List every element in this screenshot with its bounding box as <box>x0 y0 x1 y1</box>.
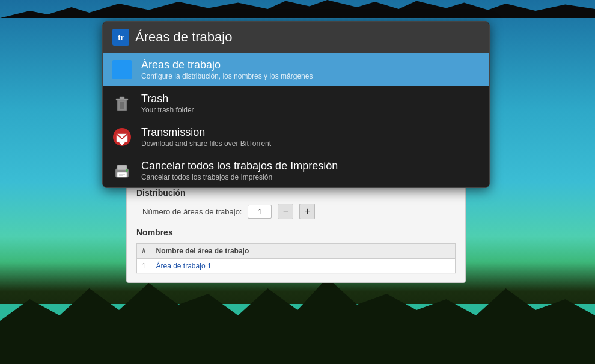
menu-item-cancel-print[interactable]: Cancelar todos los trabajos de Impresión… <box>103 154 489 187</box>
distribution-section-title: Distribución <box>136 188 456 198</box>
workspaces-count-input[interactable] <box>248 205 272 219</box>
workspaces-count-label: Número de áreas de trabajo: <box>142 207 242 216</box>
table-header-row: # Nombre del área de trabajo <box>137 244 456 259</box>
transmission-icon <box>111 126 133 148</box>
menu-item-cancel-print-subtitle: Cancelar todos los trabajos de Impresión <box>141 173 338 181</box>
col-header-name: Nombre del área de trabajo <box>151 244 456 259</box>
menu-item-transmission[interactable]: Transmission Download and share files ov… <box>103 120 489 154</box>
table-row: 1 Área de trabajo 1 <box>137 259 456 274</box>
names-section-title: Nombres <box>136 228 456 237</box>
dropdown-header: tr Áreas de trabajo <box>103 22 489 53</box>
menu-item-transmission-subtitle: Download and share files over BitTorrent <box>141 139 271 148</box>
decrement-button[interactable]: − <box>278 204 293 219</box>
names-table: # Nombre del área de trabajo 1 Área de t… <box>136 243 456 274</box>
menu-item-workspaces-title: Áreas de trabajo <box>141 59 313 71</box>
menu-item-cancel-print-title: Cancelar todos los trabajos de Impresión <box>141 160 338 172</box>
svg-rect-10 <box>117 165 127 170</box>
header-title: Áreas de trabajo <box>135 29 232 45</box>
dropdown-menu: tr Áreas de trabajo Áreas de trabajo Con… <box>102 21 490 188</box>
menu-item-trash-title: Trash <box>141 93 194 105</box>
row-num: 1 <box>137 259 151 274</box>
menu-item-workspaces[interactable]: Áreas de trabajo Configure la distribuci… <box>103 53 489 86</box>
col-header-num: # <box>137 244 151 259</box>
header-icon: tr <box>112 29 129 46</box>
menu-item-workspaces-subtitle: Configure la distribución, los nombres y… <box>141 72 313 80</box>
increment-button[interactable]: + <box>299 204 315 219</box>
printer-icon <box>111 160 133 181</box>
menu-item-trash-subtitle: Your trash folder <box>141 106 194 114</box>
svg-point-12 <box>126 169 128 172</box>
workspace-icon <box>111 59 133 80</box>
trash-icon <box>111 93 133 114</box>
svg-rect-2 <box>120 97 124 99</box>
names-section: Nombres # Nombre del área de trabajo 1 Á… <box>136 228 456 274</box>
row-name: Área de trabajo 1 <box>151 259 456 274</box>
menu-item-transmission-title: Transmission <box>141 126 271 139</box>
menu-item-trash[interactable]: Trash Your trash folder <box>103 86 489 120</box>
distribution-row: Número de áreas de trabajo: − + <box>142 204 456 219</box>
settings-panel: Distribución Número de áreas de trabajo:… <box>126 179 466 283</box>
svg-rect-11 <box>117 172 127 177</box>
